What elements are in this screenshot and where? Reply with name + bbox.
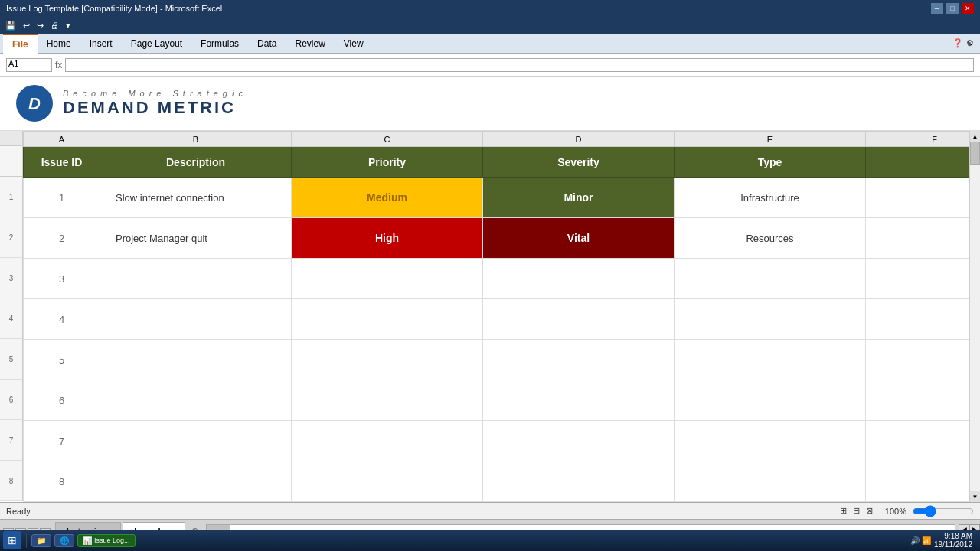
table-header-row: Issue ID Description Priority Severity T… <box>24 147 970 178</box>
cell-row5-desc[interactable] <box>100 340 292 380</box>
cell-row5-extra[interactable] <box>866 340 970 380</box>
redo-icon[interactable]: ↪ <box>34 21 46 31</box>
start-button[interactable]: ⊞ <box>3 531 21 549</box>
scroll-up-arrow[interactable]: ▲ <box>970 131 980 142</box>
cell-row7-severity[interactable] <box>483 421 675 461</box>
spreadsheet-area: 1 2 3 4 5 6 7 8 A B C D <box>0 131 980 502</box>
cell-row5-priority[interactable] <box>292 340 483 380</box>
table-row: 7 <box>24 421 970 461</box>
cell-row2-desc[interactable]: Project Manager quit <box>100 218 292 259</box>
cell-row5-type[interactable] <box>675 340 866 380</box>
cell-row8-id[interactable]: 8 <box>24 461 100 502</box>
taskbar-excel[interactable]: 📊 Issue Log... <box>77 534 136 547</box>
logo-tagline: Become More Strategic <box>63 89 247 98</box>
row-num-4: 4 <box>0 298 23 339</box>
row-num-header <box>0 146 23 177</box>
cell-row1-desc[interactable]: Slow internet connection <box>100 178 292 218</box>
settings-icon[interactable]: ⚙ <box>966 38 974 48</box>
quick-access-toolbar: 💾 ↩ ↪ 🖨 ▾ <box>0 17 980 34</box>
cell-row6-id[interactable]: 6 <box>24 380 100 421</box>
minimize-button[interactable]: ─ <box>931 3 943 14</box>
cell-row3-type[interactable] <box>675 259 866 299</box>
cell-row3-severity[interactable] <box>483 259 675 299</box>
cell-row2-severity[interactable]: Vital <box>483 218 675 259</box>
view-normal-icon[interactable]: ⊞ <box>840 506 847 516</box>
cell-row5-id[interactable]: 5 <box>24 340 100 380</box>
cell-row3-id[interactable]: 3 <box>24 259 100 299</box>
cell-row2-priority[interactable]: High <box>292 218 483 259</box>
cell-row2-id[interactable]: 2 <box>24 218 100 259</box>
print-icon[interactable]: 🖨 <box>48 21 61 30</box>
cell-row2-type[interactable]: Resources <box>675 218 866 259</box>
scroll-track[interactable] <box>970 142 980 491</box>
cell-row7-desc[interactable] <box>100 421 292 461</box>
cell-row6-severity[interactable] <box>483 380 675 421</box>
vertical-scrollbar[interactable]: ▲ ▼ <box>969 131 980 502</box>
cell-row3-priority[interactable] <box>292 259 483 299</box>
row-num-5: 5 <box>0 339 23 380</box>
cell-name-box[interactable]: A1 <box>6 58 52 72</box>
clock-date: 19/11/2012 <box>934 540 972 549</box>
cell-row1-type[interactable]: Infrastructure <box>675 178 866 218</box>
formula-bar-input[interactable] <box>65 58 974 72</box>
view-page-break-icon[interactable]: ⊠ <box>866 506 873 516</box>
cell-row7-type[interactable] <box>675 421 866 461</box>
cell-row2-extra[interactable] <box>866 218 970 259</box>
view-layout-icon[interactable]: ⊟ <box>853 506 860 516</box>
tray-icons: 🔊 📶 <box>910 536 931 545</box>
row-header-column: 1 2 3 4 5 6 7 8 <box>0 131 23 502</box>
table-container[interactable]: A B C D E F Issue ID Description Priorit… <box>23 131 969 502</box>
title-text: Issue Log Template [Compatibility Mode] … <box>6 4 222 13</box>
taskbar-ie[interactable]: 🌐 <box>54 534 74 547</box>
zoom-slider[interactable] <box>913 505 974 517</box>
table-row: 6 <box>24 380 970 421</box>
tab-review[interactable]: Review <box>286 34 334 54</box>
tab-page-layout[interactable]: Page Layout <box>122 34 191 54</box>
cell-row4-type[interactable] <box>675 299 866 340</box>
cell-row1-extra[interactable] <box>866 178 970 218</box>
logo-icon-container: D <box>15 84 54 122</box>
cell-row6-desc[interactable] <box>100 380 292 421</box>
taskbar-explorer[interactable]: 📁 <box>31 534 51 547</box>
cell-row6-extra[interactable] <box>866 380 970 421</box>
tab-data[interactable]: Data <box>248 34 286 54</box>
cell-row8-extra[interactable] <box>866 461 970 502</box>
undo-icon[interactable]: ↩ <box>21 21 32 31</box>
tab-formulas[interactable]: Formulas <box>191 34 248 54</box>
cell-row5-severity[interactable] <box>483 340 675 380</box>
cell-row6-priority[interactable] <box>292 380 483 421</box>
cell-row1-priority[interactable]: Medium <box>292 178 483 218</box>
cell-row6-type[interactable] <box>675 380 866 421</box>
close-button[interactable]: ✕ <box>962 3 974 14</box>
cell-row1-severity[interactable]: Minor <box>483 178 675 218</box>
dropdown-icon[interactable]: ▾ <box>64 21 73 31</box>
cell-row4-severity[interactable] <box>483 299 675 340</box>
scroll-down-arrow[interactable]: ▼ <box>970 491 980 502</box>
tab-view[interactable]: View <box>335 34 373 54</box>
cell-row7-extra[interactable] <box>866 421 970 461</box>
scroll-thumb[interactable] <box>970 142 980 165</box>
cell-row8-type[interactable] <box>675 461 866 502</box>
cell-row4-priority[interactable] <box>292 299 483 340</box>
col-letter-e: E <box>675 132 866 147</box>
tab-insert[interactable]: Insert <box>80 34 122 54</box>
cell-row4-id[interactable]: 4 <box>24 299 100 340</box>
cell-row8-severity[interactable] <box>483 461 675 502</box>
save-icon[interactable]: 💾 <box>3 21 18 31</box>
maximize-button[interactable]: □ <box>946 3 959 14</box>
help-icon[interactable]: ❓ <box>952 38 963 48</box>
cell-row4-desc[interactable] <box>100 299 292 340</box>
cell-row7-id[interactable]: 7 <box>24 421 100 461</box>
cell-row8-priority[interactable] <box>292 461 483 502</box>
tab-home[interactable]: Home <box>38 34 80 54</box>
cell-row3-desc[interactable] <box>100 259 292 299</box>
cell-row4-extra[interactable] <box>866 299 970 340</box>
cell-row7-priority[interactable] <box>292 421 483 461</box>
cell-row3-extra[interactable] <box>866 259 970 299</box>
cell-row8-desc[interactable] <box>100 461 292 502</box>
clock-area: 9:18 AM 19/11/2012 <box>934 532 972 549</box>
logo-svg: D <box>15 84 54 122</box>
tab-file[interactable]: File <box>3 34 38 54</box>
cell-row1-id[interactable]: 1 <box>24 178 100 218</box>
table-row: 5 <box>24 340 970 380</box>
